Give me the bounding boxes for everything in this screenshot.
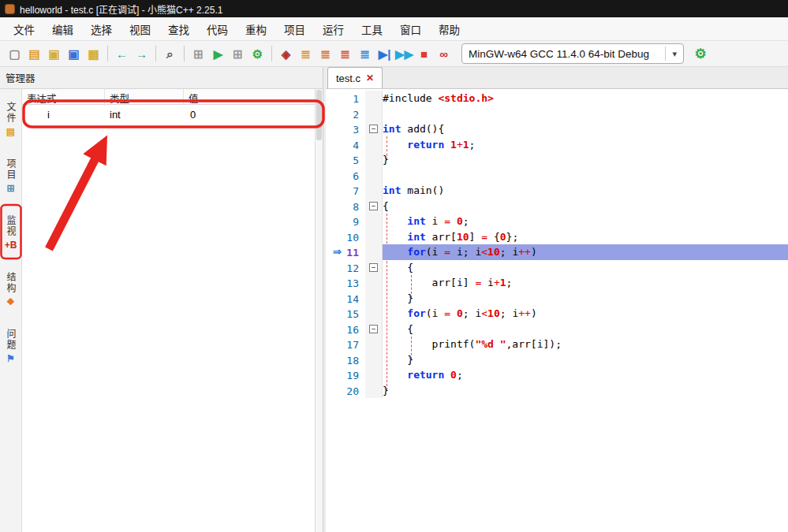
gutter-line-17[interactable]: 17: [326, 337, 365, 352]
rebuild-button[interactable]: ⚙: [248, 44, 267, 64]
code-area[interactable]: 1#include <stdio.h>23−int add(){4 return…: [326, 89, 788, 532]
find-in-files-button[interactable]: ⌕: [160, 44, 180, 64]
menu-item-选择[interactable]: 选择: [82, 18, 121, 40]
gutter-line-20[interactable]: 20: [326, 383, 365, 399]
step-over-line-button[interactable]: ▶|: [375, 44, 394, 64]
continue-button[interactable]: ▶▶: [394, 44, 414, 64]
code-line-17[interactable]: 17 printf("%d ",arr[i]);: [326, 337, 788, 352]
run-button[interactable]: ▶: [208, 44, 228, 64]
code-line-10[interactable]: 10 int arr[10] = {0};: [326, 229, 788, 245]
fold-marker-icon[interactable]: −: [369, 125, 378, 133]
forward-button[interactable]: →: [132, 44, 151, 64]
menu-item-查找[interactable]: 查找: [159, 18, 198, 40]
gutter-line-8[interactable]: 8: [326, 199, 365, 214]
new-file-button[interactable]: ▢: [5, 44, 24, 64]
gutter-line-7[interactable]: 7: [326, 183, 365, 199]
menu-item-代码[interactable]: 代码: [198, 18, 237, 40]
gutter-line-9[interactable]: 9: [326, 214, 365, 229]
compile-button[interactable]: ⊞: [189, 44, 208, 64]
code-line-4[interactable]: 4 return 1+1;: [326, 137, 788, 153]
menu-item-工具[interactable]: 工具: [353, 18, 391, 40]
code-line-12[interactable]: 12− {: [326, 260, 788, 276]
gutter-line-11[interactable]: ⇒11: [326, 244, 365, 260]
gutter-line-12[interactable]: 12: [326, 260, 365, 276]
sidebar-tab-structure[interactable]: 结构❖: [0, 261, 21, 318]
compile-and-run-button[interactable]: ⊞: [228, 44, 248, 64]
code-line-6[interactable]: 6: [326, 168, 788, 184]
gutter-line-3[interactable]: 3: [326, 121, 365, 137]
fold-marker-icon[interactable]: −: [369, 202, 378, 210]
editor-tab-test-c[interactable]: test.c ✕: [327, 67, 383, 88]
run-to-cursor-button[interactable]: ≣: [355, 44, 375, 64]
code-line-14[interactable]: 14 }: [326, 291, 788, 307]
gutter-line-19[interactable]: 19: [326, 367, 365, 383]
debug-button[interactable]: ◈: [276, 44, 296, 64]
manager-panel-body: 文件▤项目⊞监视+B结构❖问题⚑ 表达式类型值 iint0: [0, 89, 323, 532]
gutter-line-15[interactable]: 15: [326, 306, 365, 322]
sidebar-tab-project[interactable]: 项目⊞: [0, 147, 21, 204]
step-out-button[interactable]: ≣: [335, 44, 355, 64]
gutter-line-1[interactable]: 1: [326, 91, 365, 106]
code-line-5[interactable]: 5}: [326, 152, 788, 168]
save-all-button[interactable]: ▦: [84, 44, 103, 64]
toolbar-icons: ▢▤▣▣▦←→⌕⊞▶⊞⚙◈≣≣≣≣▶|▶▶■∞: [5, 44, 454, 64]
save-button[interactable]: ▣: [44, 44, 64, 64]
cpu-info-button[interactable]: ∞: [434, 44, 454, 64]
workspace: 管理器 文件▤项目⊞监视+B结构❖问题⚑ 表达式类型值 iint0 test.c…: [0, 67, 788, 532]
stop-execution-button[interactable]: ■: [414, 44, 434, 64]
back-button[interactable]: ←: [112, 44, 132, 64]
step-into-button[interactable]: ≣: [316, 44, 335, 64]
sidebar-tab-watch[interactable]: 监视+B: [0, 204, 21, 261]
code-line-3[interactable]: 3−int add(){: [326, 121, 788, 137]
gutter-line-10[interactable]: 10: [326, 229, 365, 245]
code-line-19[interactable]: 19 return 0;: [326, 367, 788, 383]
code-line-11[interactable]: ⇒11 for(i = i; i<10; i++): [326, 244, 788, 260]
gutter-line-13[interactable]: 13: [326, 275, 365, 291]
code-text: {: [383, 260, 788, 276]
code-line-20[interactable]: 20}: [326, 383, 788, 399]
app-icon: [5, 4, 15, 14]
code-line-9[interactable]: 9 int i = 0;: [326, 214, 788, 229]
fold-marker-icon[interactable]: −: [369, 325, 378, 333]
gutter-line-2[interactable]: 2: [326, 106, 365, 122]
watch-scrollbar[interactable]: [315, 89, 323, 532]
step-over-button[interactable]: ≣: [296, 44, 316, 64]
code-line-13[interactable]: 13 arr[i] = i+1;: [326, 275, 788, 291]
scrollbar-thumb[interactable]: [316, 90, 322, 140]
open-file-button[interactable]: ▤: [24, 44, 44, 64]
save-as-button[interactable]: ▣: [64, 44, 84, 64]
code-line-7[interactable]: 7int main(): [326, 183, 788, 199]
gutter-line-16[interactable]: 16: [326, 322, 365, 337]
sidebar-tab-issues[interactable]: 问题⚑: [0, 318, 21, 374]
line-number: 8: [353, 201, 359, 213]
gutter-line-6[interactable]: 6: [326, 168, 365, 184]
menu-item-编辑[interactable]: 编辑: [43, 18, 82, 40]
fold-marker-icon[interactable]: −: [369, 263, 378, 272]
menu-item-文件[interactable]: 文件: [5, 18, 43, 40]
menu-item-项目[interactable]: 项目: [275, 18, 314, 40]
line-number: 15: [346, 308, 359, 320]
compiler-settings-button[interactable]: ⚙: [690, 43, 711, 64]
code-text: int i = 0;: [383, 214, 788, 229]
code-line-15[interactable]: 15 for(i = 0; i<10; i++): [326, 306, 788, 322]
close-icon[interactable]: ✕: [366, 73, 374, 84]
gutter-line-18[interactable]: 18: [326, 352, 365, 368]
menu-item-重构[interactable]: 重构: [237, 18, 275, 40]
code-line-16[interactable]: 16− {: [326, 322, 788, 337]
code-line-8[interactable]: 8−{: [326, 199, 788, 214]
gutter-line-4[interactable]: 4: [326, 137, 365, 153]
save-icon: ▣: [48, 48, 59, 60]
run-to-cursor-icon: ≣: [360, 48, 370, 60]
gutter-line-14[interactable]: 14: [326, 291, 365, 307]
gutter-line-5[interactable]: 5: [326, 152, 365, 168]
watch-row[interactable]: iint0: [22, 105, 315, 124]
code-line-18[interactable]: 18 }: [326, 352, 788, 368]
menu-item-帮助[interactable]: 帮助: [430, 18, 469, 40]
compiler-set-dropdown[interactable]: MinGW-w64 GCC 11.4.0 64-bit Debug ▾: [461, 43, 684, 64]
menu-item-窗口[interactable]: 窗口: [391, 18, 430, 40]
sidebar-tab-files[interactable]: 文件▤: [0, 91, 21, 147]
menu-item-运行[interactable]: 运行: [314, 18, 353, 40]
code-line-1[interactable]: 1#include <stdio.h>: [326, 91, 788, 106]
code-line-2[interactable]: 2: [326, 106, 788, 122]
menu-item-视图[interactable]: 视图: [121, 18, 159, 40]
